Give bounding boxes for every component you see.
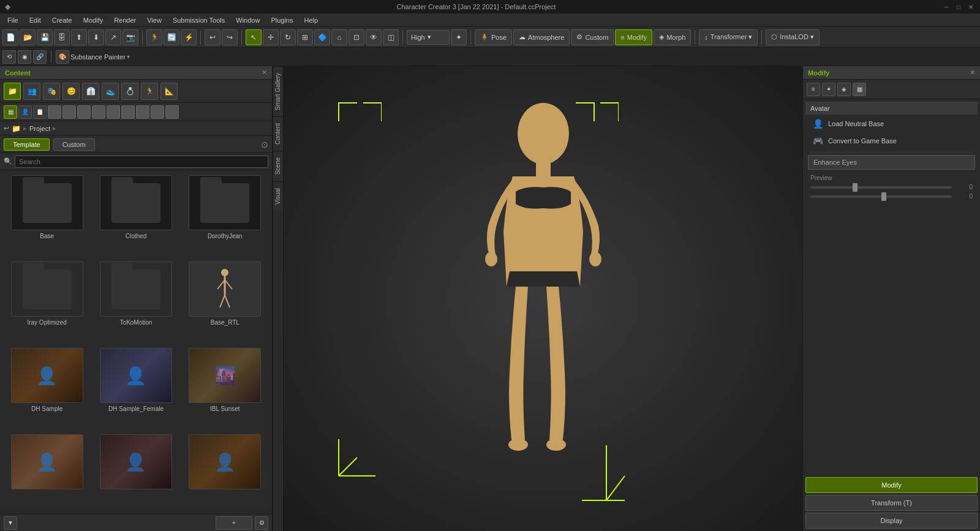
scale-btn[interactable]: ⊞	[297, 29, 313, 45]
list-item[interactable]: 👤 DH Sample_Female	[94, 348, 178, 429]
menu-item-plugins[interactable]: Plugins	[266, 15, 298, 25]
export2-btn[interactable]: ↗	[105, 29, 121, 45]
fullscreen-btn[interactable]: ⊡	[349, 29, 364, 45]
menu-item-file[interactable]: File	[2, 15, 23, 25]
close-btn[interactable]: ✕	[967, 2, 975, 11]
rotate-btn[interactable]: ↻	[280, 29, 296, 45]
transform-bottom-btn[interactable]: Transform (T)	[805, 495, 978, 511]
import-btn[interactable]: ⬆	[71, 29, 87, 45]
view-btn[interactable]: 👁	[366, 29, 382, 45]
move-btn[interactable]: ✛	[263, 29, 279, 45]
list-item[interactable]: 🌆 IBL Sunset	[183, 348, 267, 429]
add-content-btn[interactable]: +	[216, 516, 252, 530]
list-item[interactable]: Clothed	[94, 175, 178, 257]
list-item[interactable]: 👤	[94, 434, 178, 509]
menu-item-modify[interactable]: Modify	[78, 15, 108, 25]
folder-view-btn[interactable]: 📁	[4, 83, 21, 100]
menu-item-view[interactable]: View	[142, 15, 167, 25]
save-as-btn[interactable]: 🗄	[54, 29, 70, 45]
list-item[interactable]: Base_RTL	[183, 262, 267, 343]
slider-thumb-2[interactable]	[881, 192, 886, 201]
menu-item-help[interactable]: Help	[299, 15, 323, 25]
modify-icon-1[interactable]: ≡	[807, 83, 820, 96]
list-item[interactable]: Iray Optimized	[5, 262, 89, 343]
morph-btn[interactable]: ◈ Morph	[654, 29, 691, 45]
modify-icon-3[interactable]: ◈	[837, 83, 851, 96]
physics-btn[interactable]: ⚡	[181, 29, 197, 45]
avatar-section-header[interactable]: Avatar	[805, 102, 978, 115]
s9[interactable]	[165, 105, 179, 119]
menu-item-submission tools[interactable]: Submission Tools	[168, 15, 230, 25]
custom-tab[interactable]: Custom	[53, 138, 95, 151]
face-btn[interactable]: 😊	[62, 83, 80, 100]
list-item[interactable]: ToKoMotion	[94, 262, 178, 343]
slider-thumb-1[interactable]	[853, 183, 858, 192]
select-btn[interactable]: ↖	[246, 29, 262, 45]
scene-tab[interactable]: Scene	[273, 151, 283, 181]
list-item[interactable]: 👤	[183, 434, 267, 509]
wireframe-btn[interactable]: ◫	[383, 29, 399, 45]
list-item[interactable]: 👤	[5, 434, 89, 509]
modify-bottom-btn[interactable]: Modify	[805, 477, 978, 493]
scroll-down-btn[interactable]: ▼	[4, 516, 17, 530]
s1[interactable]	[48, 105, 61, 119]
maximize-btn[interactable]: □	[954, 2, 963, 11]
local-mode-btn[interactable]: ⟲	[2, 50, 16, 64]
load-neutral-base-item[interactable]: 👤 Load Neutral Base	[805, 115, 978, 132]
grid-view-btn[interactable]: ▦	[4, 105, 17, 119]
hair-btn[interactable]: 🎭	[43, 83, 60, 100]
camera-btn[interactable]: 📷	[123, 29, 138, 45]
star-btn[interactable]: ✦	[451, 29, 467, 45]
save-btn[interactable]: 💾	[37, 29, 53, 45]
list-item[interactable]: DorothyJean	[183, 175, 267, 257]
navigate-btn[interactable]: 🔷	[314, 29, 330, 45]
accessory-btn[interactable]: 💍	[121, 83, 138, 100]
global-mode-btn[interactable]: ◉	[18, 50, 31, 64]
motion-icon-btn[interactable]: 📐	[160, 83, 178, 100]
list-item[interactable]: Base	[5, 175, 89, 257]
outfit-btn[interactable]: 👔	[82, 83, 99, 100]
nav-folder-btn[interactable]: 📁	[12, 124, 21, 133]
settings-btn[interactable]: ⚙	[255, 516, 268, 530]
atmosphere-btn[interactable]: ☁ Atmosphere	[513, 29, 570, 45]
redo-btn[interactable]: ↪	[222, 29, 238, 45]
display-bottom-btn[interactable]: Display	[805, 513, 978, 529]
enhance-eyes-btn[interactable]: Enhance Eyes	[808, 155, 975, 170]
menu-item-window[interactable]: Window	[231, 15, 265, 25]
quality-dropdown[interactable]: High ▾	[407, 30, 450, 45]
minimize-btn[interactable]: ─	[942, 2, 951, 11]
shoes-btn[interactable]: 👟	[102, 83, 119, 100]
instalod-btn[interactable]: ⬡ InstaLOD ▾	[766, 29, 820, 45]
list-item[interactable]: 👤 DH Sample	[5, 348, 89, 429]
open-btn[interactable]: 📂	[20, 29, 36, 45]
pose-icon-btn[interactable]: 🏃	[141, 83, 158, 100]
s7[interactable]	[136, 105, 149, 119]
smart-gallery-tab[interactable]: Smart Gallery	[273, 66, 283, 116]
menu-item-render[interactable]: Render	[109, 15, 141, 25]
menu-item-create[interactable]: Create	[47, 15, 77, 25]
undo-btn[interactable]: ↩	[205, 29, 221, 45]
modify-panel-close[interactable]: ✕	[970, 69, 975, 77]
person-btn[interactable]: 👤	[18, 105, 32, 119]
pose-library-btn[interactable]: 🏃	[146, 29, 162, 45]
nav-back-btn[interactable]: ↩	[4, 124, 9, 132]
s5[interactable]	[107, 105, 120, 119]
modify-main-btn[interactable]: ≡ Modify	[615, 29, 652, 45]
home-btn[interactable]: ⌂	[331, 29, 347, 45]
attach-btn[interactable]: 🔗	[33, 50, 47, 64]
new-btn[interactable]: 📄	[2, 29, 18, 45]
s3[interactable]	[77, 105, 91, 119]
substance-icon[interactable]: 🎨	[56, 50, 69, 64]
viewport[interactable]: ⚙ Preference ✕ ⚙ + Control + Grid + Disp…	[284, 66, 802, 531]
modify-icon-4[interactable]: ▦	[853, 83, 866, 96]
collapse-btn[interactable]: ⊙	[261, 140, 268, 149]
template-tab[interactable]: Template	[4, 138, 50, 151]
s6[interactable]	[121, 105, 135, 119]
person2-btn[interactable]: 📋	[33, 105, 47, 119]
search-input[interactable]	[15, 156, 268, 168]
transformer-btn[interactable]: ↕ Transformer ▾	[699, 29, 758, 45]
s2[interactable]	[62, 105, 76, 119]
content-tab[interactable]: Content	[273, 116, 283, 151]
pose-btn[interactable]: 🧍 Pose	[475, 29, 512, 45]
characters-btn[interactable]: 👥	[23, 83, 40, 100]
